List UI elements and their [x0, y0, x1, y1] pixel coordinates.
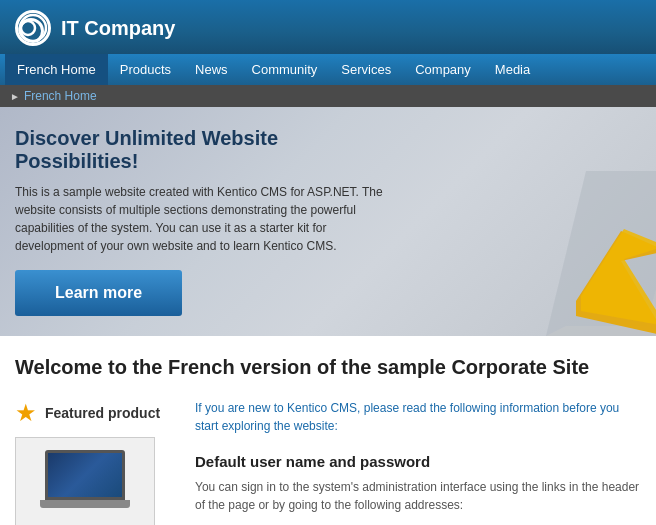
banner-content: Discover Unlimited Website Possibilities…	[15, 127, 391, 316]
credentials-title: Default user name and password	[195, 453, 641, 470]
breadcrumb-link[interactable]: French Home	[24, 89, 97, 103]
nav-item-community[interactable]: Community	[240, 54, 330, 85]
nav-item-news[interactable]: News	[183, 54, 240, 85]
nav-item-services[interactable]: Services	[329, 54, 403, 85]
intro-text: If you are new to Kentico CMS, please re…	[195, 399, 641, 435]
logo-icon	[15, 10, 51, 46]
nav-item-company[interactable]: Company	[403, 54, 483, 85]
product-image[interactable]	[15, 437, 155, 525]
content-area: ★ Featured product Price $1596,99 If you…	[15, 399, 641, 525]
banner-decoration: 78.2	[466, 171, 656, 336]
banner: Discover Unlimited Website Possibilities…	[0, 107, 656, 336]
banner-description: This is a sample website created with Ke…	[15, 183, 391, 255]
header: IT Company	[0, 0, 656, 54]
learn-more-button[interactable]: Learn more	[15, 270, 182, 316]
nav-bar: French Home Products News Community Serv…	[0, 54, 656, 85]
banner-title: Discover Unlimited Website Possibilities…	[15, 127, 391, 173]
nav-item-french-home[interactable]: French Home	[5, 54, 108, 85]
welcome-title: Welcome to the French version of the sam…	[15, 356, 641, 379]
breadcrumb-arrow: ►	[10, 91, 20, 102]
sidebar: ★ Featured product Price $1596,99	[15, 399, 175, 525]
star-icon: ★	[15, 399, 37, 427]
right-content: If you are new to Kentico CMS, please re…	[195, 399, 641, 525]
nav-item-products[interactable]: Products	[108, 54, 183, 85]
credentials-description: You can sign in to the system's administ…	[195, 478, 641, 514]
svg-point-0	[20, 15, 46, 41]
svg-point-1	[21, 21, 35, 35]
nav-item-media[interactable]: Media	[483, 54, 542, 85]
featured-text: Featured product	[45, 405, 160, 421]
logo-text: IT Company	[61, 17, 175, 40]
breadcrumb: ► French Home	[0, 85, 656, 107]
main-content: Welcome to the French version of the sam…	[0, 336, 656, 525]
featured-product-label: ★ Featured product	[15, 399, 175, 427]
laptop-illustration	[35, 450, 135, 515]
